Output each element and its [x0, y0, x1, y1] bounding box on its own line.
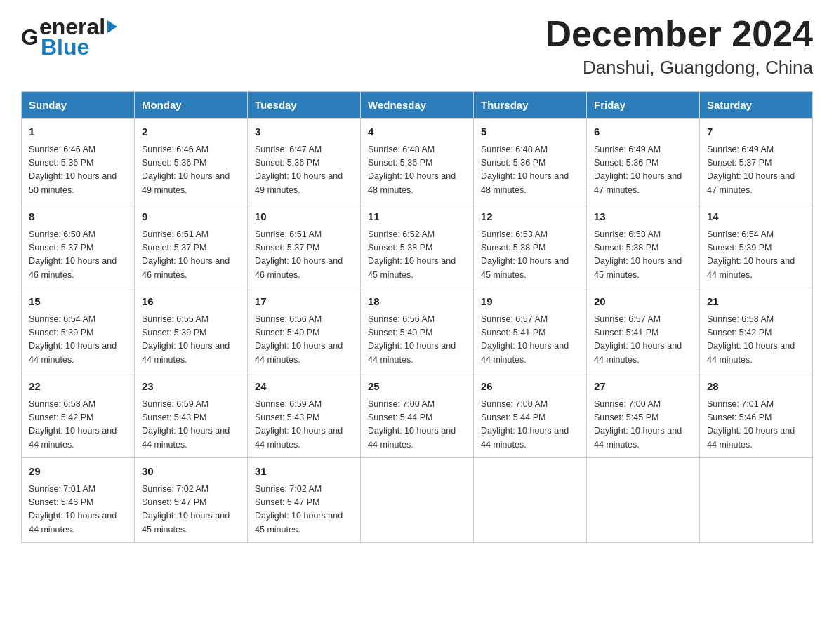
weekday-header-friday: Friday	[587, 92, 700, 119]
day-info: Sunrise: 6:51 AMSunset: 5:37 PMDaylight:…	[142, 228, 240, 283]
calendar-cell: 24Sunrise: 6:59 AMSunset: 5:43 PMDayligh…	[248, 373, 361, 458]
day-info: Sunrise: 7:00 AMSunset: 5:44 PMDaylight:…	[481, 398, 579, 452]
day-info: Sunrise: 7:01 AMSunset: 5:46 PMDaylight:…	[707, 398, 805, 452]
day-info: Sunrise: 6:57 AMSunset: 5:41 PMDaylight:…	[481, 313, 579, 368]
calendar-cell: 21Sunrise: 6:58 AMSunset: 5:42 PMDayligh…	[700, 288, 813, 373]
calendar-week-row: 1Sunrise: 6:46 AMSunset: 5:36 PMDaylight…	[22, 119, 813, 203]
day-number: 2	[142, 124, 240, 140]
month-title: December 2024	[545, 14, 813, 54]
calendar-cell: 1Sunrise: 6:46 AMSunset: 5:36 PMDaylight…	[22, 119, 135, 203]
calendar-cell: 28Sunrise: 7:01 AMSunset: 5:46 PMDayligh…	[700, 373, 813, 458]
calendar-cell: 11Sunrise: 6:52 AMSunset: 5:38 PMDayligh…	[361, 203, 474, 288]
calendar-cell: 9Sunrise: 6:51 AMSunset: 5:37 PMDaylight…	[135, 203, 248, 288]
day-info: Sunrise: 6:49 AMSunset: 5:36 PMDaylight:…	[594, 143, 692, 198]
weekday-header-monday: Monday	[135, 92, 248, 119]
day-info: Sunrise: 6:55 AMSunset: 5:39 PMDaylight:…	[142, 313, 240, 368]
calendar-cell: 15Sunrise: 6:54 AMSunset: 5:39 PMDayligh…	[22, 288, 135, 373]
day-info: Sunrise: 6:52 AMSunset: 5:38 PMDaylight:…	[368, 228, 466, 283]
logo-g: G	[21, 25, 39, 51]
calendar-cell: 6Sunrise: 6:49 AMSunset: 5:36 PMDaylight…	[587, 119, 700, 203]
day-number: 16	[142, 294, 240, 310]
day-info: Sunrise: 6:50 AMSunset: 5:37 PMDaylight:…	[29, 228, 127, 283]
day-number: 11	[368, 209, 466, 225]
logo-blue-text: Blue	[39, 34, 117, 60]
calendar-cell: 2Sunrise: 6:46 AMSunset: 5:36 PMDaylight…	[135, 119, 248, 203]
day-number: 20	[594, 294, 692, 310]
day-info: Sunrise: 6:59 AMSunset: 5:43 PMDaylight:…	[142, 398, 240, 452]
day-number: 5	[481, 124, 579, 140]
calendar-cell: 29Sunrise: 7:01 AMSunset: 5:46 PMDayligh…	[22, 458, 135, 543]
calendar-week-row: 8Sunrise: 6:50 AMSunset: 5:37 PMDaylight…	[22, 203, 813, 288]
day-info: Sunrise: 6:48 AMSunset: 5:36 PMDaylight:…	[481, 143, 579, 198]
day-number: 18	[368, 294, 466, 310]
calendar-cell: 22Sunrise: 6:58 AMSunset: 5:42 PMDayligh…	[22, 373, 135, 458]
day-number: 27	[594, 379, 692, 395]
day-number: 26	[481, 379, 579, 395]
calendar-cell: 4Sunrise: 6:48 AMSunset: 5:36 PMDaylight…	[361, 119, 474, 203]
calendar-cell: 7Sunrise: 6:49 AMSunset: 5:37 PMDaylight…	[700, 119, 813, 203]
day-number: 6	[594, 124, 692, 140]
day-number: 17	[255, 294, 353, 310]
calendar-cell: 25Sunrise: 7:00 AMSunset: 5:44 PMDayligh…	[361, 373, 474, 458]
calendar-cell: 16Sunrise: 6:55 AMSunset: 5:39 PMDayligh…	[135, 288, 248, 373]
day-number: 4	[368, 124, 466, 140]
day-info: Sunrise: 6:46 AMSunset: 5:36 PMDaylight:…	[29, 143, 127, 198]
day-number: 15	[29, 294, 127, 310]
day-info: Sunrise: 6:56 AMSunset: 5:40 PMDaylight:…	[368, 313, 466, 368]
day-number: 1	[29, 124, 127, 140]
day-info: Sunrise: 6:54 AMSunset: 5:39 PMDaylight:…	[29, 313, 127, 368]
calendar-cell	[587, 458, 700, 543]
day-info: Sunrise: 6:54 AMSunset: 5:39 PMDaylight:…	[707, 228, 805, 283]
calendar-week-row: 29Sunrise: 7:01 AMSunset: 5:46 PMDayligh…	[22, 458, 813, 543]
day-info: Sunrise: 6:58 AMSunset: 5:42 PMDaylight:…	[707, 313, 805, 368]
calendar-cell: 27Sunrise: 7:00 AMSunset: 5:45 PMDayligh…	[587, 373, 700, 458]
calendar-week-row: 22Sunrise: 6:58 AMSunset: 5:42 PMDayligh…	[22, 373, 813, 458]
day-number: 19	[481, 294, 579, 310]
logo: G eneral Blue	[21, 14, 117, 60]
day-number: 7	[707, 124, 805, 140]
calendar-cell: 18Sunrise: 6:56 AMSunset: 5:40 PMDayligh…	[361, 288, 474, 373]
day-number: 29	[29, 464, 127, 480]
calendar-cell	[361, 458, 474, 543]
calendar-cell: 3Sunrise: 6:47 AMSunset: 5:36 PMDaylight…	[248, 119, 361, 203]
weekday-header-wednesday: Wednesday	[361, 92, 474, 119]
logo-icon: eneral Blue	[39, 14, 117, 60]
title-section: December 2024 Danshui, Guangdong, China	[545, 14, 813, 79]
day-number: 31	[255, 464, 353, 480]
weekday-header-sunday: Sunday	[22, 92, 135, 119]
day-info: Sunrise: 6:49 AMSunset: 5:37 PMDaylight:…	[707, 143, 805, 198]
calendar-cell: 10Sunrise: 6:51 AMSunset: 5:37 PMDayligh…	[248, 203, 361, 288]
day-number: 10	[255, 209, 353, 225]
calendar-cell: 13Sunrise: 6:53 AMSunset: 5:38 PMDayligh…	[587, 203, 700, 288]
calendar-cell: 19Sunrise: 6:57 AMSunset: 5:41 PMDayligh…	[474, 288, 587, 373]
day-info: Sunrise: 6:51 AMSunset: 5:37 PMDaylight:…	[255, 228, 353, 283]
day-number: 8	[29, 209, 127, 225]
calendar-table: SundayMondayTuesdayWednesdayThursdayFrid…	[21, 91, 813, 543]
day-info: Sunrise: 6:48 AMSunset: 5:36 PMDaylight:…	[368, 143, 466, 198]
day-info: Sunrise: 7:00 AMSunset: 5:45 PMDaylight:…	[594, 398, 692, 452]
day-info: Sunrise: 6:56 AMSunset: 5:40 PMDaylight:…	[255, 313, 353, 368]
day-number: 13	[594, 209, 692, 225]
calendar-week-row: 15Sunrise: 6:54 AMSunset: 5:39 PMDayligh…	[22, 288, 813, 373]
calendar-cell: 8Sunrise: 6:50 AMSunset: 5:37 PMDaylight…	[22, 203, 135, 288]
logo-arrow-icon	[107, 20, 117, 33]
day-number: 25	[368, 379, 466, 395]
day-info: Sunrise: 7:00 AMSunset: 5:44 PMDaylight:…	[368, 398, 466, 452]
calendar-cell: 17Sunrise: 6:56 AMSunset: 5:40 PMDayligh…	[248, 288, 361, 373]
day-number: 24	[255, 379, 353, 395]
page-header: G eneral Blue December 2024 Danshui, Gua…	[21, 14, 813, 79]
day-info: Sunrise: 6:57 AMSunset: 5:41 PMDaylight:…	[594, 313, 692, 368]
day-info: Sunrise: 6:58 AMSunset: 5:42 PMDaylight:…	[29, 398, 127, 452]
day-info: Sunrise: 7:02 AMSunset: 5:47 PMDaylight:…	[255, 483, 353, 537]
day-number: 21	[707, 294, 805, 310]
day-info: Sunrise: 6:46 AMSunset: 5:36 PMDaylight:…	[142, 143, 240, 198]
calendar-cell: 5Sunrise: 6:48 AMSunset: 5:36 PMDaylight…	[474, 119, 587, 203]
day-number: 22	[29, 379, 127, 395]
calendar-cell: 12Sunrise: 6:53 AMSunset: 5:38 PMDayligh…	[474, 203, 587, 288]
calendar-cell: 30Sunrise: 7:02 AMSunset: 5:47 PMDayligh…	[135, 458, 248, 543]
calendar-cell: 31Sunrise: 7:02 AMSunset: 5:47 PMDayligh…	[248, 458, 361, 543]
calendar-cell: 23Sunrise: 6:59 AMSunset: 5:43 PMDayligh…	[135, 373, 248, 458]
day-info: Sunrise: 7:01 AMSunset: 5:46 PMDaylight:…	[29, 483, 127, 537]
day-info: Sunrise: 7:02 AMSunset: 5:47 PMDaylight:…	[142, 483, 240, 537]
calendar-cell	[700, 458, 813, 543]
